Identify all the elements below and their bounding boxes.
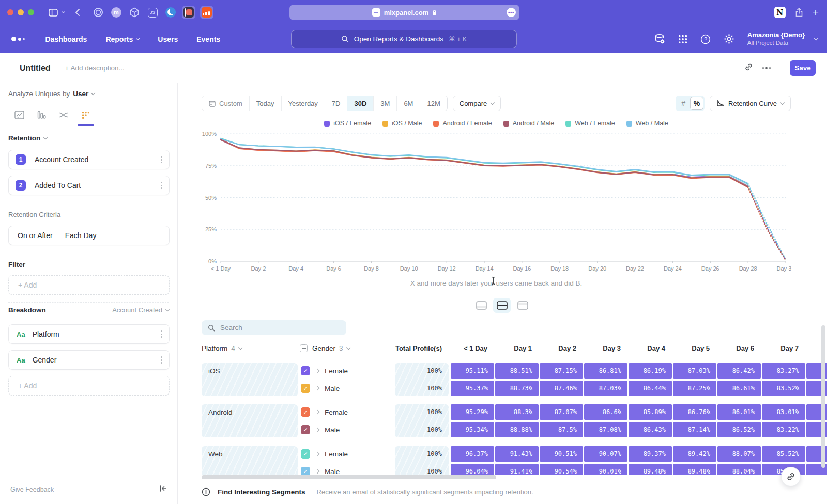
day-column-header[interactable]: Day 2 (540, 341, 583, 355)
breakdown-gender[interactable]: Aa Gender (8, 350, 170, 370)
breakdown-platform[interactable]: Aa Platform (8, 324, 170, 344)
blue-globe-app-icon[interactable] (164, 6, 177, 19)
day-column-header[interactable]: Day 5 (673, 341, 716, 355)
expand-row-icon[interactable] (315, 469, 319, 474)
range-7d[interactable]: 7D (325, 96, 347, 111)
day-column-header[interactable]: Day 7 (762, 341, 805, 355)
gender-row-cell[interactable]: ✓Male (300, 381, 391, 396)
breakdown-property[interactable]: Gender (33, 356, 57, 364)
platform-column-header[interactable]: Platform4 (202, 341, 242, 355)
day-column-header[interactable]: Day 6 (717, 341, 761, 355)
gender-row-cell[interactable]: ✓Female (300, 363, 391, 379)
nav-item-dashboards[interactable]: Dashboards (45, 35, 87, 43)
analyze-uniques-row[interactable]: Analyze Uniques by User (8, 90, 95, 98)
global-search[interactable]: Open Reports & Dashboards ⌘ + K (291, 30, 517, 48)
expand-row-icon[interactable] (315, 452, 319, 456)
range-6m[interactable]: 6M (396, 96, 420, 111)
give-feedback-link[interactable]: Give Feedback (10, 486, 54, 493)
soundcloud-app-icon[interactable] (200, 6, 213, 19)
project-switcher[interactable]: Amazonia {Demo} All Project Data (747, 31, 805, 47)
expand-row-icon[interactable] (315, 386, 319, 390)
save-button[interactable]: Save (790, 60, 816, 76)
share-link-floating-button[interactable] (781, 467, 801, 486)
apps-grid-icon[interactable] (678, 35, 687, 44)
window-controls[interactable] (7, 9, 34, 15)
range-yesterday[interactable]: Yesterday (281, 96, 325, 111)
step-menu-icon[interactable] (161, 156, 162, 163)
help-icon[interactable]: ? (700, 34, 711, 44)
add-filter-button[interactable]: + Add (8, 275, 170, 295)
data-management-icon[interactable] (654, 34, 665, 44)
select-all-checkbox[interactable] (300, 344, 308, 352)
split-layout-button[interactable] (493, 298, 511, 313)
breakdown-menu-icon[interactable] (161, 356, 162, 364)
find-segments-title[interactable]: Find Interesting Segments (218, 488, 305, 496)
gender-row-cell[interactable]: ✓Male (300, 422, 391, 437)
step-event-name[interactable]: Added To Cart (35, 181, 81, 190)
legend-item[interactable]: iOS / Female (324, 120, 371, 127)
gender-row-cell[interactable]: ✓Male (300, 464, 391, 475)
total-profiles-column-header[interactable]: Total Profile(s) (395, 341, 449, 355)
nav-item-events[interactable]: Events (196, 35, 220, 43)
address-bar[interactable]: mixpanel.com ••• (289, 5, 519, 20)
notion-icon[interactable]: N (774, 7, 786, 18)
expand-row-icon[interactable] (315, 369, 319, 373)
minimize-window-button[interactable] (18, 9, 24, 15)
step-event-name[interactable]: Account Created (35, 155, 88, 164)
table-search-input[interactable]: Search (202, 320, 346, 335)
nav-item-reports[interactable]: Reports (105, 35, 139, 43)
vertical-scrollbar[interactable] (821, 325, 825, 468)
chart-type-dropdown[interactable]: Retention Curve (710, 96, 791, 111)
criteria-mode[interactable]: On or After (18, 231, 53, 240)
nav-item-users[interactable]: Users (158, 35, 178, 43)
tab-insights[interactable] (12, 108, 26, 122)
gender-row-cell[interactable]: ✓Female (300, 446, 391, 462)
series-checkbox[interactable]: ✓ (301, 467, 310, 475)
legend-item[interactable]: Web / Male (626, 120, 668, 127)
expand-row-icon[interactable] (315, 428, 319, 432)
range-custom[interactable]: Custom (202, 96, 249, 111)
range-today[interactable]: Today (249, 96, 281, 111)
retention-step-2[interactable]: 2 Added To Cart (8, 176, 170, 195)
legend-item[interactable]: iOS / Male (382, 120, 422, 127)
breakdown-menu-icon[interactable] (161, 330, 162, 338)
step-menu-icon[interactable] (161, 182, 162, 189)
report-title[interactable]: Untitled (20, 64, 51, 73)
extensions-button[interactable]: ••• (507, 8, 516, 17)
retention-step-1[interactable]: 1 Account Created (8, 150, 170, 169)
series-checkbox[interactable]: ✓ (301, 449, 310, 459)
series-checkbox[interactable]: ✓ (301, 407, 310, 417)
range-12m[interactable]: 12M (420, 96, 447, 111)
day-column-header[interactable]: < 1 Day (451, 341, 494, 355)
series-checkbox[interactable]: ✓ (301, 425, 310, 434)
legend-item[interactable]: Web / Female (565, 120, 615, 127)
retention-section-header[interactable]: Retention (8, 134, 47, 142)
percent-toggle[interactable]: % (690, 97, 703, 110)
tab-funnels[interactable] (35, 108, 48, 122)
chart-only-layout-button[interactable] (472, 298, 490, 313)
sidebar-toggle-icon[interactable] (49, 9, 58, 17)
day-column-header[interactable]: Day 1 (495, 341, 539, 355)
chevron-down-icon[interactable] (62, 12, 65, 13)
gender-row-cell[interactable]: ✓Female (300, 404, 391, 420)
tab-flows[interactable] (57, 108, 70, 122)
analyze-value[interactable]: User (73, 90, 88, 98)
close-window-button[interactable] (7, 9, 13, 15)
dark-red-app-icon[interactable] (182, 6, 195, 19)
back-icon[interactable] (75, 8, 80, 17)
legend-item[interactable]: Android / Female (433, 120, 492, 127)
table-only-layout-button[interactable] (514, 298, 531, 313)
more-options-icon[interactable] (762, 67, 771, 69)
criteria-interval[interactable]: Each Day (65, 231, 97, 240)
expand-row-icon[interactable] (315, 410, 319, 414)
settings-gear-icon[interactable] (724, 34, 734, 44)
legend-item[interactable]: Android / Male (503, 120, 555, 127)
ring-app-icon[interactable] (91, 6, 105, 19)
compare-button[interactable]: Compare (453, 96, 501, 111)
retention-criteria-card[interactable]: On or After Each Day (8, 226, 170, 245)
m-avatar-app-icon[interactable]: m (110, 6, 123, 19)
js-app-icon[interactable]: JS (146, 6, 159, 19)
add-breakdown-button[interactable]: + Add (8, 376, 170, 396)
retention-curve-chart[interactable]: 0%25%50%75%100%< 1 DayDay 2Day 4Day 6Day… (202, 129, 791, 275)
cube-app-icon[interactable] (128, 6, 141, 19)
